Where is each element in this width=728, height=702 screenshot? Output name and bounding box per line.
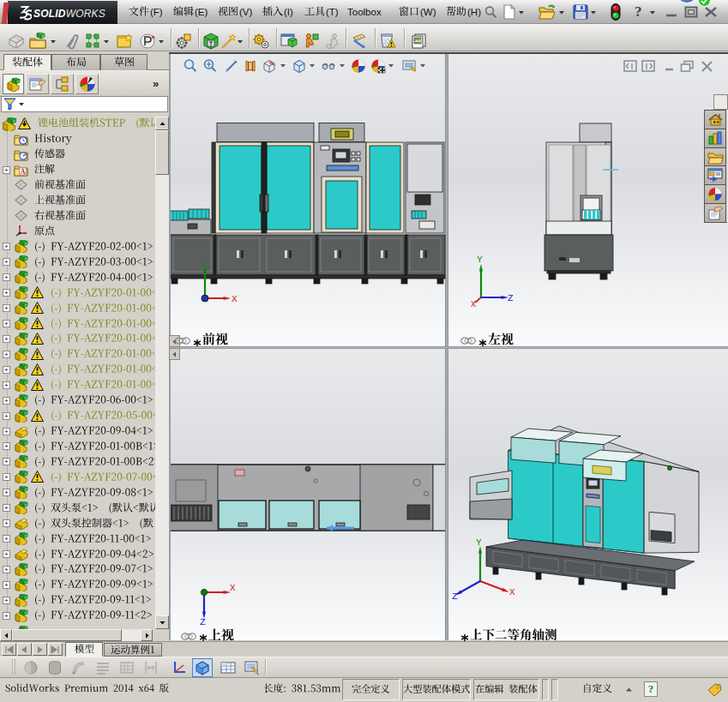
svg-text:Y: Y [477, 255, 483, 265]
svg-text:X: X [509, 587, 515, 597]
svg-text:Z: Z [200, 617, 206, 627]
svg-text:A: A [20, 167, 26, 176]
svg-text:X: X [471, 300, 476, 309]
svg-text:Y: Y [201, 258, 207, 268]
svg-text:Z: Z [508, 293, 514, 303]
svg-text:X: X [230, 583, 236, 593]
svg-text:Z: Z [452, 591, 458, 602]
svg-text:Y: Y [476, 537, 482, 548]
svg-text:X: X [232, 294, 238, 304]
